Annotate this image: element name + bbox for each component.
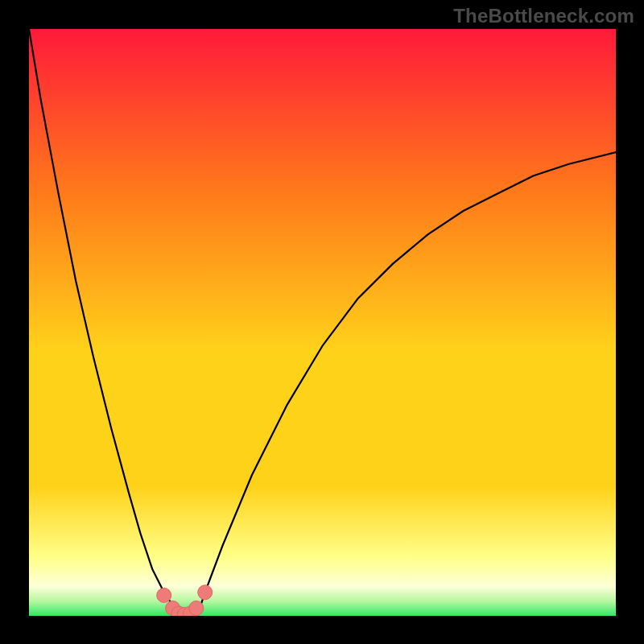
marker-point	[156, 588, 171, 602]
marker-point	[188, 601, 203, 615]
plot-svg	[29, 29, 616, 616]
chart-frame: TheBottleneck.com	[0, 0, 644, 644]
watermark-text: TheBottleneck.com	[453, 5, 634, 27]
plot-area	[29, 29, 616, 616]
gradient-background	[29, 29, 616, 616]
marker-point	[197, 584, 212, 599]
